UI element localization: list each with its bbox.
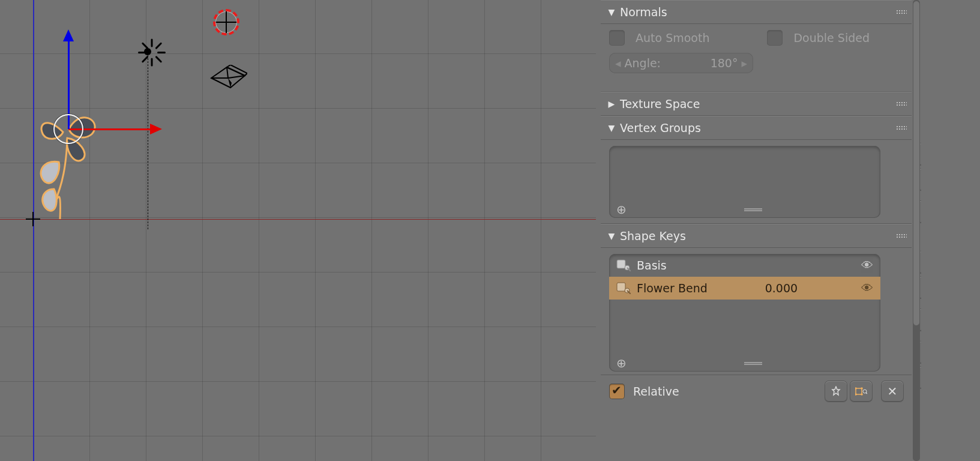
- viewport-grid: [0, 0, 596, 461]
- double-sided-checkbox[interactable]: [767, 30, 783, 46]
- angle-value: 180°: [711, 56, 742, 70]
- chevron-left-icon[interactable]: [615, 56, 621, 70]
- list-resize-grip-icon[interactable]: [744, 208, 762, 211]
- shape-key-item-basis[interactable]: Basis 👁: [609, 254, 880, 277]
- shape-key-name: Flower Bend: [637, 282, 708, 295]
- shape-key-item-flower-bend[interactable]: Flower Bend 0.000 👁: [609, 277, 880, 300]
- svg-point-14: [855, 387, 857, 390]
- auto-smooth-checkbox[interactable]: [609, 30, 625, 46]
- lamp-object-icon[interactable]: [148, 52, 148, 52]
- relative-label: Relative: [633, 385, 679, 398]
- visibility-eye-icon[interactable]: 👁: [861, 258, 873, 273]
- panel-header-texture-space[interactable]: Texture Space: [601, 92, 912, 116]
- drag-grip-icon[interactable]: [896, 234, 907, 238]
- svg-rect-6: [617, 260, 625, 268]
- svg-line-19: [866, 393, 867, 394]
- svg-rect-13: [856, 388, 862, 394]
- disclosure-triangle-icon[interactable]: [607, 231, 616, 241]
- shapekey-icon: [616, 282, 631, 294]
- pin-shape-key-button[interactable]: [825, 381, 847, 402]
- editor-gutter: [921, 0, 980, 461]
- panel-body-vertex-groups: ⊕ ＋ －: [601, 140, 912, 224]
- chevron-right-icon[interactable]: [741, 56, 747, 70]
- svg-point-16: [855, 393, 857, 396]
- svg-rect-9: [617, 283, 625, 291]
- list-add-small-icon[interactable]: ⊕: [616, 357, 627, 369]
- panel-body-shape-keys: Basis 👁 Flower Bend 0.000 👁 ⊕: [601, 248, 912, 375]
- scrollbar-thumb[interactable]: [913, 1, 919, 325]
- shape-key-edit-mode-button[interactable]: [850, 381, 872, 402]
- axis-y: [33, 0, 34, 461]
- disclosure-triangle-icon[interactable]: [607, 7, 616, 17]
- properties-scrollbar[interactable]: [913, 0, 920, 461]
- disclosure-triangle-icon[interactable]: [607, 99, 616, 109]
- svg-marker-3: [227, 65, 247, 76]
- viewport-3d[interactable]: [0, 0, 596, 461]
- svg-point-17: [861, 393, 863, 396]
- drag-grip-icon[interactable]: [896, 101, 907, 106]
- vertex-groups-list[interactable]: ⊕: [609, 146, 880, 218]
- drag-grip-icon[interactable]: [896, 10, 907, 14]
- shape-key-relative-row: Relative ✕: [601, 375, 912, 404]
- shapekey-icon: [616, 259, 631, 271]
- panel-header-vertex-groups[interactable]: Vertex Groups: [601, 116, 912, 140]
- panel-title: Normals: [620, 5, 667, 19]
- angle-label: Angle:: [621, 56, 711, 70]
- panel-header-normals[interactable]: Normals: [601, 0, 912, 24]
- list-resize-grip-icon[interactable]: [744, 362, 762, 365]
- list-add-small-icon[interactable]: ⊕: [616, 203, 627, 215]
- double-sided-label: Double Sided: [793, 31, 870, 44]
- shape-key-name: Basis: [637, 259, 667, 272]
- disclosure-triangle-icon[interactable]: [607, 123, 616, 133]
- shape-keys-list[interactable]: Basis 👁 Flower Bend 0.000 👁 ⊕: [609, 254, 880, 372]
- panel-body-normals: Auto Smooth Double Sided Angle: 180°: [601, 24, 912, 92]
- svg-point-15: [861, 387, 863, 390]
- panel-title: Vertex Groups: [620, 121, 701, 134]
- shape-key-value[interactable]: 0.000: [765, 282, 798, 295]
- properties-panel: Normals Auto Smooth Double Sided Angle: …: [596, 0, 980, 461]
- gizmo-center[interactable]: [53, 114, 83, 144]
- transform-gizmo[interactable]: [68, 129, 69, 130]
- drag-grip-icon[interactable]: [896, 125, 907, 130]
- auto-smooth-label: Auto Smooth: [636, 31, 709, 44]
- panel-title: Texture Space: [620, 97, 700, 110]
- clear-shape-key-button[interactable]: ✕: [882, 381, 903, 402]
- angle-number-field[interactable]: Angle: 180°: [609, 53, 753, 73]
- relative-checkbox[interactable]: [609, 384, 625, 399]
- visibility-eye-icon[interactable]: 👁: [861, 281, 873, 295]
- panel-title: Shape Keys: [620, 229, 686, 243]
- camera-object-icon[interactable]: [210, 65, 247, 90]
- panel-header-shape-keys[interactable]: Shape Keys: [601, 224, 912, 248]
- cursor-3d-icon: [226, 22, 227, 23]
